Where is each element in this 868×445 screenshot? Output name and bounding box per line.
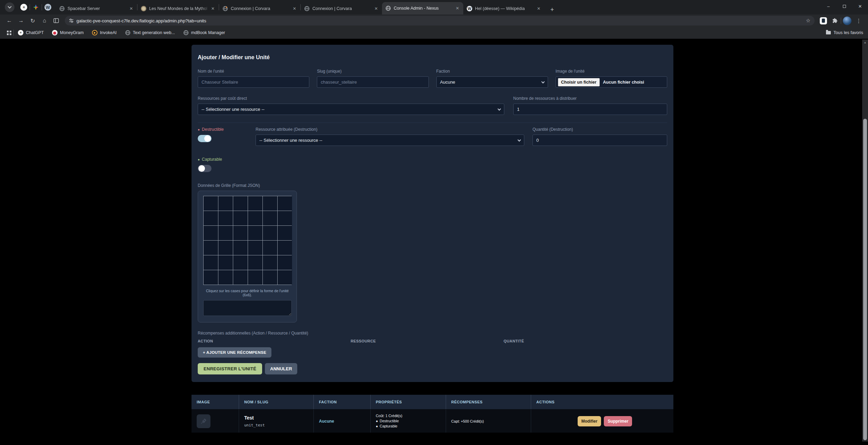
grid-cell[interactable] bbox=[218, 211, 233, 225]
new-tab-button[interactable]: + bbox=[547, 5, 557, 14]
grid-cell[interactable] bbox=[263, 196, 277, 211]
choose-file-button[interactable]: Choisir un fichier bbox=[558, 78, 600, 86]
grid-cell[interactable] bbox=[248, 255, 262, 270]
destructible-toggle[interactable] bbox=[198, 135, 211, 142]
grid-cell[interactable] bbox=[218, 241, 233, 255]
grid-cell[interactable] bbox=[278, 255, 292, 270]
grid-cell[interactable] bbox=[233, 211, 248, 225]
unit-name-input[interactable] bbox=[198, 76, 309, 88]
grid-cell[interactable] bbox=[278, 241, 292, 255]
grid-cell[interactable] bbox=[263, 211, 277, 225]
grid-cell[interactable] bbox=[233, 226, 248, 240]
all-bookmarks-label: Tous les favoris bbox=[834, 30, 863, 35]
forward-button[interactable]: → bbox=[16, 15, 26, 26]
close-icon[interactable]: ✕ bbox=[128, 6, 134, 12]
scroll-up-arrow[interactable]: ▲ bbox=[862, 40, 868, 45]
grid-cell[interactable] bbox=[233, 241, 248, 255]
grid-json-textarea[interactable] bbox=[203, 300, 292, 316]
bookmark-invokeai[interactable]: InvokeAI bbox=[92, 30, 117, 35]
grid-cell[interactable] bbox=[218, 226, 233, 240]
grid-cell[interactable] bbox=[218, 196, 233, 211]
grid-cell[interactable] bbox=[233, 255, 248, 270]
maximize-button[interactable] bbox=[836, 0, 852, 12]
grid-cell[interactable] bbox=[218, 255, 233, 270]
grid-cell[interactable] bbox=[204, 226, 218, 240]
bullet-icon: ● bbox=[376, 418, 378, 424]
grid-cell[interactable] bbox=[248, 196, 262, 211]
slug-group: Slug (unique) bbox=[317, 69, 428, 88]
close-icon[interactable]: ✕ bbox=[536, 6, 542, 12]
tab-connexion-corvara-1[interactable]: Connexion | Corvara ✕ bbox=[219, 3, 300, 14]
extensions-button[interactable] bbox=[830, 15, 840, 26]
page-scrollbar[interactable]: ▲ bbox=[862, 40, 868, 442]
address-bar[interactable]: galactic-pve-conquest-c7fe.dev.flatlogic… bbox=[65, 16, 815, 25]
cost-amount-input[interactable] bbox=[513, 104, 667, 115]
tab-neuf-mondes[interactable]: Les Neuf Mondes de la Mythol ✕ bbox=[137, 3, 219, 14]
close-window-button[interactable]: ✕ bbox=[852, 0, 868, 12]
bookmark-chatgpt[interactable]: ✳ ChatGPT bbox=[18, 30, 44, 35]
grid-cell[interactable] bbox=[204, 270, 218, 285]
slug-input[interactable] bbox=[317, 76, 428, 88]
tab-bar: ✳ W Spacebar Server ✕ Les Neuf Mondes de… bbox=[0, 0, 868, 14]
tab-spacebar-server[interactable]: Spacebar Server ✕ bbox=[56, 3, 137, 14]
cost-resource-select[interactable]: -- Sélectionner une ressource -- bbox=[198, 104, 504, 115]
faction-select[interactable]: Aucune bbox=[436, 76, 548, 88]
grid-cell[interactable] bbox=[204, 241, 218, 255]
bookmark-text-generation[interactable]: Text generation web... bbox=[125, 30, 175, 35]
cancel-button[interactable]: ANNULER bbox=[265, 363, 297, 374]
capturable-toggle[interactable] bbox=[198, 165, 211, 172]
grid-cell[interactable] bbox=[248, 241, 262, 255]
tab-hel-wikipedia[interactable]: W Hel (déesse) — Wikipédia ✕ bbox=[463, 3, 545, 14]
reload-button[interactable]: ↻ bbox=[28, 15, 38, 26]
grid-cell[interactable] bbox=[263, 241, 277, 255]
grid-cell[interactable] bbox=[278, 211, 292, 225]
destructible-label: ● Destructible bbox=[198, 127, 249, 132]
url-text[interactable]: galactic-pve-conquest-c7fe.dev.flatlogic… bbox=[76, 18, 806, 23]
grid-cell[interactable] bbox=[233, 270, 248, 285]
bookmark-star-icon[interactable]: ☆ bbox=[806, 18, 810, 24]
minimize-button[interactable]: – bbox=[820, 0, 836, 12]
profile-button[interactable] bbox=[842, 15, 852, 26]
dest-resource-select[interactable]: -- Sélectionner une ressource -- bbox=[256, 135, 524, 146]
dest-amount-input[interactable] bbox=[533, 135, 667, 146]
pinned-tab-chatgpt[interactable]: ✳ bbox=[18, 4, 30, 11]
delete-unit-button[interactable]: Supprimer bbox=[604, 416, 632, 426]
grid-cell[interactable] bbox=[248, 270, 262, 285]
grid-cell[interactable] bbox=[233, 196, 248, 211]
bookmark-mdbook-manager[interactable]: mdBook Manager bbox=[183, 30, 225, 35]
grid-cell[interactable] bbox=[278, 270, 292, 285]
edit-unit-button[interactable]: Modifier bbox=[578, 416, 601, 426]
tab-connexion-corvara-2[interactable]: Connexion | Corvara ✕ bbox=[301, 3, 382, 14]
bookmark-moneygram[interactable]: ◉ MoneyGram bbox=[52, 30, 84, 35]
grid-cell[interactable] bbox=[263, 270, 277, 285]
grid-cell[interactable] bbox=[204, 211, 218, 225]
grid-cell[interactable] bbox=[204, 196, 218, 211]
unit-image-file-input[interactable]: Choisir un fichier Aucun fichier choisi bbox=[556, 76, 667, 88]
close-icon[interactable]: ✕ bbox=[210, 6, 216, 12]
grid-cell[interactable] bbox=[278, 196, 292, 211]
pinned-tab-gemini[interactable] bbox=[30, 4, 42, 10]
save-unit-button[interactable]: ENREGISTRER L'UNITÉ bbox=[198, 363, 262, 374]
grid-cell[interactable] bbox=[263, 226, 277, 240]
tab-console-admin-nexus[interactable]: Console Admin - Nexus ✕ bbox=[382, 2, 463, 14]
close-icon[interactable]: ✕ bbox=[291, 6, 298, 12]
pinned-tab-wordpress[interactable]: W bbox=[42, 4, 54, 11]
grid-cell[interactable] bbox=[278, 226, 292, 240]
grid-cell[interactable] bbox=[204, 255, 218, 270]
grid-cell[interactable] bbox=[248, 226, 262, 240]
close-icon[interactable]: ✕ bbox=[454, 5, 461, 11]
grid-cell[interactable] bbox=[263, 255, 277, 270]
home-button[interactable]: ⌂ bbox=[39, 15, 50, 26]
close-icon[interactable]: ✕ bbox=[373, 6, 379, 12]
tab-search-button[interactable] bbox=[5, 2, 14, 12]
extension-shortcut-button[interactable] bbox=[818, 15, 828, 26]
grid-cell[interactable] bbox=[248, 211, 262, 225]
apps-grid-icon[interactable] bbox=[7, 31, 9, 32]
add-reward-button[interactable]: + AJOUTER UNE RÉCOMPENSE bbox=[198, 347, 271, 358]
grid-cell[interactable] bbox=[218, 270, 233, 285]
all-bookmarks-button[interactable]: Tous les favoris bbox=[826, 30, 863, 35]
back-button[interactable]: ← bbox=[4, 15, 14, 26]
browser-menu-button[interactable]: ⋮ bbox=[854, 15, 864, 26]
scrollbar-thumb[interactable] bbox=[863, 119, 867, 440]
side-panel-button[interactable] bbox=[51, 15, 61, 26]
